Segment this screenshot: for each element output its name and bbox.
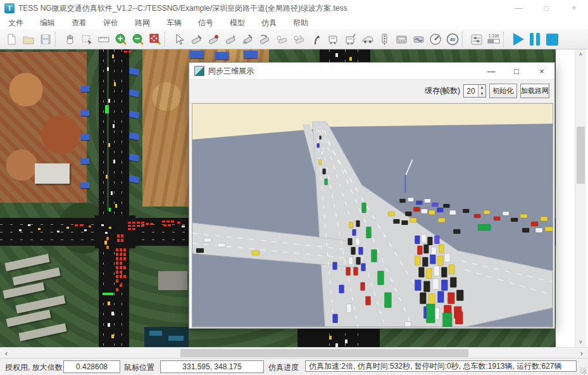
- vehicle-3d: [520, 214, 527, 218]
- vehicle-3d: [415, 256, 420, 265]
- vehicle-2d: [162, 220, 165, 222]
- spin-up-button[interactable]: ▲: [479, 85, 485, 91]
- scale-ruler-button[interactable]: 1:100: [485, 30, 502, 48]
- horizontal-scroll-thumb[interactable]: [180, 349, 468, 357]
- spin-down-button[interactable]: ▼: [479, 91, 485, 98]
- vehicle-2d: [66, 227, 69, 229]
- dialog-title-bar[interactable]: 同步三维展示 — □ ×: [189, 63, 554, 80]
- menu-help[interactable]: 帮助: [285, 18, 316, 29]
- toolbar-separator: [462, 32, 466, 47]
- cache-frames-value[interactable]: 20: [464, 87, 478, 96]
- open-file-button[interactable]: [20, 30, 37, 48]
- stop-simulation-button[interactable]: [543, 30, 560, 48]
- guide-arrow-icon: [309, 32, 323, 46]
- vertical-scrollbar[interactable]: ˄ ˅: [575, 49, 586, 347]
- new-file-button[interactable]: [3, 30, 20, 48]
- vehicle-2d: [108, 99, 110, 103]
- vehicle-2d: [101, 224, 104, 226]
- initialize-button[interactable]: 初始化: [489, 84, 517, 98]
- vehicle-3d: [351, 247, 356, 255]
- vehicle-3d: [427, 237, 432, 245]
- vehicle-3d: [377, 271, 384, 285]
- move-link-button[interactable]: [222, 30, 239, 48]
- window-maximize-button[interactable]: □: [532, 0, 560, 16]
- edit-connector-button[interactable]: [290, 30, 307, 48]
- dialog-close-button[interactable]: ×: [529, 63, 554, 79]
- zoom-window-icon: [80, 32, 94, 46]
- bus-station-button[interactable]: [324, 30, 341, 48]
- pause-simulation-button[interactable]: [526, 30, 543, 48]
- dashboard-button[interactable]: [427, 30, 444, 48]
- window-minimize-button[interactable]: —: [504, 0, 532, 16]
- vehicle-compose-button[interactable]: [358, 30, 375, 48]
- vehicle-3d: [447, 293, 454, 304]
- pointer-tool-button[interactable]: [170, 30, 187, 48]
- vehicle-2d: [345, 340, 347, 343]
- signal-light-button[interactable]: [375, 30, 392, 48]
- menu-vehicle[interactable]: 车辆: [158, 18, 190, 29]
- bus-stop-icon: [343, 32, 357, 46]
- menu-simulation[interactable]: 仿真: [253, 18, 285, 29]
- vehicle-2d: [177, 222, 180, 224]
- stop-icon: [544, 31, 560, 48]
- decision-point-button[interactable]: [468, 30, 485, 48]
- scroll-down-arrow[interactable]: ˅: [575, 337, 586, 347]
- vertical-scroll-thumb[interactable]: [577, 127, 585, 184]
- vehicle-3d: [443, 204, 449, 208]
- zoom-in-button[interactable]: [112, 30, 129, 48]
- guide-arrow-button[interactable]: [307, 30, 324, 48]
- vehicle-2d: [108, 323, 110, 327]
- vehicle-2d: [112, 54, 114, 58]
- dialog-maximize-button[interactable]: □: [504, 63, 529, 79]
- break-link-button[interactable]: [239, 30, 256, 48]
- vehicle-2d: [128, 51, 132, 53]
- scroll-left-arrow[interactable]: ‹: [1, 348, 11, 359]
- menu-bar: 文件 编辑 查看 评价 路网 车辆 信号 模型 仿真 帮助: [0, 16, 588, 29]
- pan-tool-button[interactable]: [61, 30, 78, 48]
- zoom-out-button[interactable]: [129, 30, 146, 48]
- detector-button[interactable]: [410, 30, 427, 48]
- menu-file[interactable]: 文件: [0, 18, 32, 29]
- measure-ruler-button[interactable]: [95, 30, 112, 48]
- full-extent-button[interactable]: [146, 30, 163, 48]
- vehicle-3d: [399, 199, 405, 203]
- vehicle-2d: [116, 270, 118, 274]
- create-connector-button[interactable]: [273, 30, 290, 48]
- menu-model[interactable]: 模型: [222, 18, 253, 29]
- load-network-button[interactable]: 加载路网: [520, 84, 549, 98]
- menu-view[interactable]: 查看: [63, 18, 95, 29]
- reverse-link-button[interactable]: [256, 30, 273, 48]
- scroll-right-arrow[interactable]: ›: [577, 348, 587, 359]
- signal-controller-button[interactable]: [392, 30, 410, 48]
- vehicle-3d: [456, 290, 463, 301]
- traffic-light-icon: [377, 32, 391, 46]
- window-resize-grip[interactable]: [580, 367, 586, 374]
- window-close-button[interactable]: ×: [560, 0, 588, 16]
- save-icon: [39, 32, 53, 46]
- svg-text:1:100: 1:100: [488, 34, 499, 38]
- menu-network[interactable]: 路网: [127, 18, 158, 29]
- vehicle-3d: [359, 247, 363, 255]
- create-link-button[interactable]: [187, 30, 204, 48]
- cache-frames-spinbox[interactable]: 20 ▲ ▼: [463, 84, 486, 98]
- 3d-viewport[interactable]: [192, 103, 553, 327]
- vehicle-2d: [120, 275, 122, 278]
- bus-stop-button[interactable]: [341, 30, 358, 48]
- menu-edit[interactable]: 编辑: [32, 18, 63, 29]
- zoom-window-button[interactable]: [78, 30, 95, 48]
- menu-signal[interactable]: 信号: [190, 18, 222, 29]
- menu-evaluate[interactable]: 评价: [95, 18, 127, 29]
- scroll-up-arrow[interactable]: ˄: [575, 49, 586, 60]
- save-file-button[interactable]: [37, 30, 54, 48]
- speed-limit-button[interactable]: 40: [444, 30, 461, 48]
- edit-connector-icon: [292, 32, 306, 46]
- vehicle-2d: [116, 288, 118, 291]
- vehicle-3d: [531, 222, 538, 226]
- vehicle-2d: [28, 224, 30, 226]
- dialog-resize-grip[interactable]: [547, 322, 553, 327]
- edit-link-button[interactable]: [204, 30, 222, 48]
- vehicle-3d: [415, 280, 421, 291]
- horizontal-scrollbar[interactable]: ‹ ›: [0, 347, 588, 359]
- dialog-minimize-button[interactable]: —: [479, 63, 504, 79]
- play-simulation-button[interactable]: [509, 30, 526, 48]
